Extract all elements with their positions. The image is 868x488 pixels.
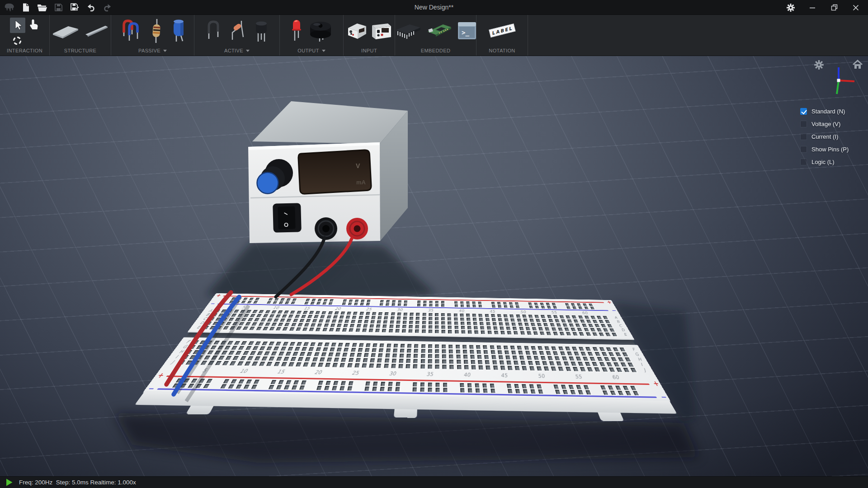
- breadboard-hole[interactable]: [603, 328, 609, 332]
- breadboard-hole[interactable]: [467, 322, 471, 325]
- minimize-button[interactable]: [807, 2, 818, 14]
- breadboard-hole[interactable]: [238, 380, 244, 384]
- breadboard-hole[interactable]: [352, 343, 357, 347]
- breadboard-hole[interactable]: [479, 318, 483, 321]
- breadboard-hole[interactable]: [442, 349, 446, 353]
- breadboard-hole[interactable]: [327, 357, 332, 361]
- breadboard-hole[interactable]: [456, 355, 461, 359]
- breadboard-hole[interactable]: [247, 301, 252, 304]
- breadboard-hole[interactable]: [563, 390, 568, 394]
- breadboard-hole[interactable]: [311, 362, 316, 366]
- orbit-tool-button[interactable]: [12, 36, 22, 46]
- breadboard-hole[interactable]: [263, 327, 268, 330]
- breadboard-hole[interactable]: [498, 318, 503, 321]
- breadboard-hole[interactable]: [380, 343, 384, 347]
- breadboard-hole[interactable]: [386, 303, 389, 306]
- breadboard-hole[interactable]: [572, 332, 578, 336]
- breadboard-hole[interactable]: [258, 323, 264, 326]
- breadboard-hole[interactable]: [448, 313, 451, 316]
- breadboard-hole[interactable]: [597, 357, 603, 361]
- breadboard-hole[interactable]: [409, 321, 413, 324]
- select-tool-button[interactable]: [10, 18, 25, 33]
- breadboard-hole[interactable]: [552, 328, 557, 331]
- breadboard-hole[interactable]: [420, 388, 425, 392]
- breadboard-hole[interactable]: [276, 314, 281, 318]
- breadboard-hole[interactable]: [612, 333, 618, 336]
- breadboard-hole[interactable]: [584, 385, 589, 389]
- breadboard-hole[interactable]: [435, 383, 439, 387]
- breadboard-hole[interactable]: [363, 324, 368, 327]
- breadboard-hole[interactable]: [599, 362, 605, 366]
- breadboard-hole[interactable]: [259, 347, 265, 351]
- breadboard-hole[interactable]: [365, 348, 370, 352]
- breadboard-hole[interactable]: [549, 361, 555, 366]
- breadboard-hole[interactable]: [305, 357, 311, 361]
- breadboard-hole[interactable]: [226, 322, 231, 325]
- breadboard-hole[interactable]: [335, 352, 340, 357]
- checkbox-logic[interactable]: [800, 159, 807, 165]
- breadboard-hole[interactable]: [422, 329, 426, 333]
- breadboard-hole[interactable]: [226, 356, 232, 360]
- breadboard-hole[interactable]: [415, 325, 420, 328]
- breadboard-hole[interactable]: [337, 324, 341, 327]
- breadboard-hole[interactable]: [210, 346, 217, 349]
- breadboard-hole[interactable]: [266, 362, 272, 366]
- breadboard-hole[interactable]: [483, 345, 487, 349]
- breadboard-hole[interactable]: [285, 352, 291, 356]
- breadboard-hole[interactable]: [540, 303, 544, 305]
- breadboard-hole[interactable]: [590, 307, 594, 310]
- breadboard-hole[interactable]: [413, 387, 417, 391]
- breadboard-hole[interactable]: [343, 353, 348, 357]
- breadboard-hole[interactable]: [407, 349, 411, 353]
- breadboard-hole[interactable]: [322, 328, 327, 332]
- breadboard-hole[interactable]: [386, 300, 390, 303]
- breadboard-hole[interactable]: [331, 343, 336, 346]
- breadboard-hole[interactable]: [379, 348, 383, 352]
- breadboard-hole[interactable]: [429, 304, 433, 307]
- breadboard-hole[interactable]: [579, 347, 584, 351]
- voltage-knob[interactable]: [257, 173, 278, 194]
- breadboard-hole[interactable]: [449, 354, 453, 358]
- breadboard-hole[interactable]: [469, 345, 474, 349]
- breadboard-hole[interactable]: [599, 347, 605, 351]
- breadboard-hole[interactable]: [376, 324, 381, 328]
- breadboard-hole[interactable]: [332, 386, 337, 390]
- breadboard-hole[interactable]: [397, 313, 401, 316]
- breadboard-hole[interactable]: [316, 302, 321, 305]
- breadboard-hole[interactable]: [572, 347, 577, 350]
- breadboard-hole[interactable]: [449, 345, 453, 348]
- breadboard-hole[interactable]: [422, 313, 426, 316]
- breadboard-hole[interactable]: [269, 357, 275, 361]
- breadboard-hole[interactable]: [587, 367, 593, 371]
- breadboard-hole[interactable]: [527, 356, 532, 360]
- play-button[interactable]: [6, 479, 13, 486]
- breadboard-hole[interactable]: [304, 323, 309, 326]
- breadboard-hole[interactable]: [406, 364, 410, 368]
- breadboard-hole[interactable]: [327, 315, 331, 319]
- breadboard-hole[interactable]: [230, 361, 236, 365]
- breadboard-hole[interactable]: [553, 332, 558, 335]
- breadboard-hole[interactable]: [592, 333, 598, 336]
- breadboard-hole[interactable]: [492, 305, 495, 308]
- breadboard-hole[interactable]: [487, 326, 491, 329]
- breadboard-hole[interactable]: [511, 351, 516, 355]
- breadboard-hole[interactable]: [224, 346, 231, 350]
- breadboard-hole[interactable]: [292, 352, 298, 356]
- viewport-settings-gear-button[interactable]: [813, 59, 825, 70]
- breadboard-hole[interactable]: [557, 361, 562, 366]
- breadboard-hole[interactable]: [534, 303, 538, 305]
- breadboard-hole[interactable]: [307, 315, 312, 318]
- breadboard-hole[interactable]: [515, 366, 520, 370]
- breadboard-hole[interactable]: [360, 303, 364, 305]
- breadboard-hole[interactable]: [604, 357, 610, 361]
- breadboard-hole[interactable]: [241, 341, 247, 345]
- breadboard-hole[interactable]: [399, 359, 404, 363]
- breadboard-hole[interactable]: [280, 319, 285, 322]
- breadboard-hole[interactable]: [466, 314, 470, 317]
- breadboard-hole[interactable]: [286, 380, 291, 384]
- breadboard-hole[interactable]: [386, 348, 391, 352]
- breadboard-hole[interactable]: [524, 346, 529, 350]
- breadboard-hole[interactable]: [392, 300, 396, 303]
- breadboard-hole[interactable]: [534, 315, 539, 318]
- breadboard-hole[interactable]: [576, 385, 581, 389]
